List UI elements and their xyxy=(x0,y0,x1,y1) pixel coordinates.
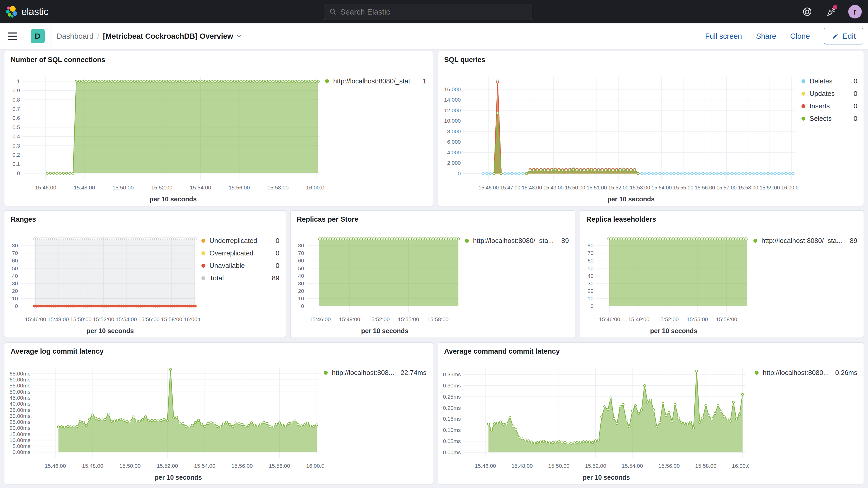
legend-item[interactable]: Unavailable0 xyxy=(202,262,279,270)
space-avatar[interactable]: D xyxy=(31,29,45,43)
breadcrumb-dashboard-link[interactable]: Dashboard xyxy=(57,32,94,40)
panel-title: Number of SQL connections xyxy=(11,56,433,64)
svg-text:0.05ms: 0.05ms xyxy=(443,438,461,444)
legend-item[interactable]: Updates0 xyxy=(802,90,857,98)
svg-text:15:58:00: 15:58:00 xyxy=(738,185,758,190)
chart-avg-command-commit-latency[interactable]: 0.00ms0.05ms0.10ms0.15ms0.20ms0.25ms0.30… xyxy=(441,361,749,483)
svg-text:5.00ms: 5.00ms xyxy=(12,443,30,449)
search-input[interactable] xyxy=(337,7,532,17)
avatar[interactable]: r xyxy=(848,5,862,19)
svg-text:15:48:00: 15:48:00 xyxy=(82,463,103,469)
chart-legend: Deletes0Updates0Inserts0Selects0 xyxy=(802,77,857,127)
legend-label: Total xyxy=(210,274,267,282)
page-title[interactable]: [Metricbeat CockroachDB] Overview xyxy=(103,32,242,40)
svg-text:15:50:00: 15:50:00 xyxy=(119,463,141,469)
svg-text:0: 0 xyxy=(15,303,18,309)
legend-value: 0 xyxy=(854,115,857,123)
svg-text:0.4: 0.4 xyxy=(12,133,20,139)
panel-avg-command-commit-latency: Average command commit latency 0.00ms0.0… xyxy=(438,342,864,484)
panel-replica-leaseholders: Replica leaseholders 0102030405060708015… xyxy=(580,211,864,338)
legend-item[interactable]: Total89 xyxy=(202,274,279,282)
legend-label: Inserts xyxy=(809,102,848,110)
svg-text:50: 50 xyxy=(588,265,594,271)
panel-sql-queries: SQL queries 02,0004,0006,0008,00010,0001… xyxy=(438,51,864,206)
svg-text:15:58:00: 15:58:00 xyxy=(269,463,290,469)
svg-text:0.25ms: 0.25ms xyxy=(443,394,461,400)
menu-icon[interactable] xyxy=(0,23,25,49)
chart-replicas-per-store[interactable]: 0102030405060708015:46:0015:49:0015:52:0… xyxy=(294,229,463,336)
legend-item[interactable]: Deletes0 xyxy=(802,77,857,85)
svg-text:15:46:00: 15:46:00 xyxy=(45,463,66,469)
svg-text:40: 40 xyxy=(298,273,304,279)
svg-text:15:50:00: 15:50:00 xyxy=(70,316,91,322)
svg-text:70: 70 xyxy=(298,250,304,256)
svg-text:15:55:00: 15:55:00 xyxy=(673,185,693,190)
legend-color-dot xyxy=(202,251,205,255)
svg-text:15:54:00: 15:54:00 xyxy=(194,463,215,469)
svg-text:15:49:00: 15:49:00 xyxy=(339,316,360,322)
svg-text:0.10ms: 0.10ms xyxy=(443,427,461,433)
legend-label: Updates xyxy=(809,90,848,98)
legend-item[interactable]: http://localhost:8080/_stat...1 xyxy=(325,77,427,85)
svg-text:0.3: 0.3 xyxy=(12,143,20,149)
chart-number-of-sql-connections[interactable]: 00.10.20.30.40.50.60.70.80.9115:46:0015:… xyxy=(7,69,323,204)
svg-text:15:47:00: 15:47:00 xyxy=(500,185,520,190)
svg-text:0: 0 xyxy=(301,303,304,309)
svg-text:15:58:00: 15:58:00 xyxy=(161,316,182,322)
svg-text:15.00ms: 15.00ms xyxy=(9,431,30,437)
full-screen-button[interactable]: Full screen xyxy=(705,32,742,40)
edit-button[interactable]: Edit xyxy=(824,28,863,44)
share-button[interactable]: Share xyxy=(756,32,776,40)
legend-color-dot xyxy=(324,371,328,375)
legend-value: 0 xyxy=(854,77,857,85)
svg-text:60: 60 xyxy=(12,257,18,264)
chart-sql-queries[interactable]: 02,0004,0006,0008,00010,00012,00014,0001… xyxy=(441,69,799,204)
svg-text:per 10 seconds: per 10 seconds xyxy=(149,195,197,203)
svg-text:15:49:00: 15:49:00 xyxy=(544,185,564,190)
svg-text:30: 30 xyxy=(298,280,304,286)
svg-text:20: 20 xyxy=(12,288,18,294)
svg-text:15:50:00: 15:50:00 xyxy=(548,463,570,469)
help-icon[interactable] xyxy=(802,6,813,18)
legend-item[interactable]: Overreplicated0 xyxy=(202,249,279,257)
svg-text:80: 80 xyxy=(12,242,18,248)
svg-text:15:58:00: 15:58:00 xyxy=(427,316,448,322)
svg-text:16:00:00: 16:00:00 xyxy=(306,184,323,190)
chart-ranges[interactable]: 0102030405060708015:46:0015:48:0015:50:0… xyxy=(7,229,200,336)
svg-text:50: 50 xyxy=(12,265,18,271)
chart-replica-leaseholders[interactable]: 0102030405060708015:46:0015:49:0015:52:0… xyxy=(583,229,751,336)
legend-item[interactable]: http://localhost:808...22.74ms xyxy=(324,369,427,377)
svg-text:15:56:00: 15:56:00 xyxy=(695,185,715,190)
legend-item[interactable]: http://localhost:8080/_sta...89 xyxy=(753,237,857,245)
notification-dot xyxy=(833,5,837,9)
clone-button[interactable]: Clone xyxy=(790,32,810,40)
legend-item[interactable]: Inserts0 xyxy=(802,102,857,110)
svg-text:0: 0 xyxy=(458,171,461,177)
svg-text:65.00ms: 65.00ms xyxy=(9,370,30,376)
chart-avg-log-commit-latency[interactable]: 0.00ms5.00ms10.00ms15.00ms20.00ms25.00ms… xyxy=(7,361,323,483)
chevron-down-icon xyxy=(236,33,242,39)
elastic-logo[interactable]: elastic xyxy=(6,6,48,18)
svg-text:55.00ms: 55.00ms xyxy=(9,383,30,389)
svg-text:per 10 seconds: per 10 seconds xyxy=(155,474,202,481)
legend-value: 0 xyxy=(276,262,279,270)
svg-text:0.8: 0.8 xyxy=(12,97,20,103)
svg-text:per 10 seconds: per 10 seconds xyxy=(650,327,697,334)
svg-text:8,000: 8,000 xyxy=(447,128,461,134)
svg-text:per 10 seconds: per 10 seconds xyxy=(361,327,408,334)
svg-text:16:00:00: 16:00:00 xyxy=(306,463,323,469)
newsfeed-icon[interactable] xyxy=(825,6,836,18)
svg-text:15:58:00: 15:58:00 xyxy=(268,184,289,190)
legend-label: Overreplicated xyxy=(210,249,271,257)
legend-value: 0 xyxy=(854,90,857,98)
svg-text:15:57:00: 15:57:00 xyxy=(716,185,737,190)
svg-text:0.35ms: 0.35ms xyxy=(443,371,461,377)
svg-text:10: 10 xyxy=(588,296,594,301)
legend-item[interactable]: Selects0 xyxy=(802,115,857,123)
legend-item[interactable]: http://localhost:8080...0.26ms xyxy=(755,369,857,377)
legend-item[interactable]: http://localhost:8080/_sta...89 xyxy=(465,237,569,245)
legend-label: Deletes xyxy=(809,77,848,85)
svg-text:60: 60 xyxy=(588,257,594,264)
legend-color-dot xyxy=(802,117,805,121)
legend-item[interactable]: Underreplicated0 xyxy=(202,237,279,245)
